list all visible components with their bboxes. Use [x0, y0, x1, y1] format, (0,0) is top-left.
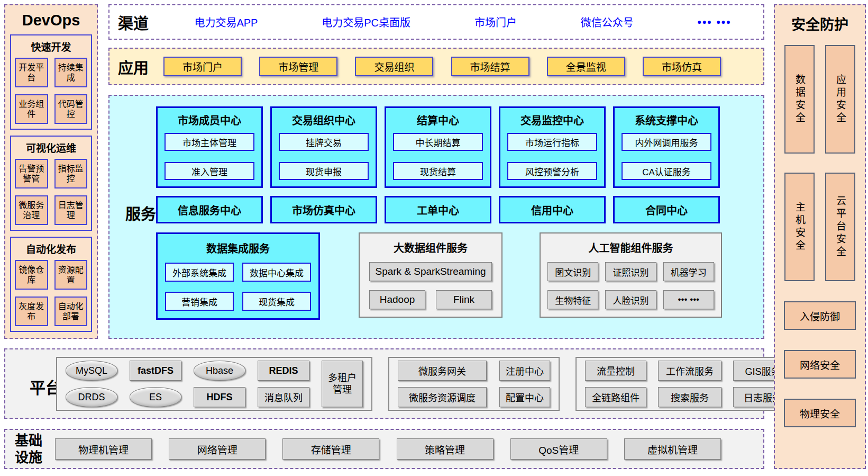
devops-item: 开发平台	[15, 58, 48, 87]
service-center-single: 信用中心	[499, 196, 606, 223]
platform-item-database: ES	[130, 387, 181, 407]
app-item: 全景监视	[547, 57, 625, 76]
service-subitem: 风控预警分析	[507, 162, 597, 180]
service-center-single: 合同中心	[613, 196, 720, 223]
devops-item: 指标监控	[54, 159, 88, 188]
bigdata-row: Hadoop Flink	[369, 290, 492, 309]
service-components-row: 数据集成服务 外部系统集成 数据中心集成 营销集成 现货集成 大数据组件服务 S…	[156, 232, 754, 320]
platform-item: 配置中心	[499, 387, 550, 407]
platform-item: HDFS	[194, 387, 245, 407]
devops-item: 灰度发布	[15, 297, 48, 326]
channel-item: 市场门户	[474, 14, 517, 30]
service-center-title: 系统支撑中心	[622, 112, 711, 128]
channels-row: 渠道 电力交易APP 电力交易PC桌面版 市场门户 微信公众号 ••• •••	[108, 4, 764, 40]
platform-item: 全链路组件	[585, 387, 646, 407]
devops-section-title: 可视化运维	[15, 140, 87, 155]
data-integration-item: 现货集成	[242, 292, 311, 311]
channel-item: 电力交易APP	[194, 14, 258, 30]
bigdata-item: Spark & SparkStreaming	[369, 262, 492, 281]
multi-tenant-box: 多租户管理	[322, 361, 363, 407]
platform-group-storage: MySQL fastDFS Hbase REDIS 多租户管理 DRDS ES …	[56, 357, 372, 411]
service-subitem: CA认证服务	[622, 162, 711, 180]
devops-item: 告警预警管	[15, 159, 48, 188]
app-item: 市场门户	[163, 57, 242, 76]
channel-item: 微信公众号	[581, 14, 634, 30]
devops-section-grid: 镜像仓库 资源配置 灰度发布 自动化部署	[15, 260, 87, 326]
channels-label: 渠道	[118, 11, 149, 33]
data-integration-item: 外部系统集成	[165, 263, 234, 282]
platform-group-common: 流量控制 工作流服务 GIS服务 全链路组件 搜索服务 日志服务	[575, 357, 802, 411]
platform-item: 工作流服务	[658, 361, 721, 381]
platform-item: 微服务资源调度	[398, 387, 487, 407]
bigdata-title: 大数据组件服务	[369, 240, 492, 255]
devops-section-visual-ops: 可视化运维 告警预警管 指标监控 微服务治理 日志管理	[10, 136, 92, 231]
service-center-single: 信息服务中心	[156, 196, 263, 223]
security-title: 安全防护	[775, 13, 865, 34]
devops-item: 资源配置	[54, 260, 88, 290]
ai-item: 人脸识别	[605, 290, 656, 309]
data-integration-box: 数据集成服务 外部系统集成 数据中心集成 营销集成 现货集成	[156, 232, 320, 320]
app-item: 市场管理	[259, 57, 337, 76]
bigdata-box: 大数据组件服务 Spark & SparkStreaming Hadoop Fl…	[359, 232, 502, 318]
security-vertical-item: 数据安全	[784, 45, 815, 154]
devops-section-title: 快速开发	[15, 39, 87, 53]
devops-item: 业务组件	[15, 94, 48, 124]
platform-item-database: Hbase	[194, 361, 245, 381]
services-content: 市场成员中心 市场主体管理 准入管理 交易组织中心 挂牌交易 现货申报 结算中心…	[156, 106, 754, 320]
devops-section-grid: 开发平台 持续集成 业务组件 代码管控	[15, 58, 87, 124]
service-subitem: 挂牌交易	[279, 133, 369, 151]
apps-label: 应用	[118, 56, 149, 78]
service-center-title: 交易监控中心	[507, 112, 597, 128]
ai-item: 机器学习	[663, 262, 714, 281]
infrastructure-item: 策略管理	[397, 438, 494, 460]
data-integration-item: 数据中心集成	[242, 263, 311, 282]
service-center-title: 市场成员中心	[165, 112, 254, 128]
security-item: 网络安全	[784, 350, 856, 379]
infrastructure-item: 物理机管理	[55, 438, 152, 460]
infrastructure-item: QoS管理	[510, 438, 607, 460]
infrastructure-item: 存储管理	[282, 438, 379, 460]
service-singles-row: 信息服务中心 市场仿真中心 工单中心 信用中心 合同中心	[156, 196, 754, 223]
ai-item: 生物特征	[547, 290, 598, 309]
service-center-single: 市场仿真中心	[270, 196, 377, 223]
devops-item: 日志管理	[54, 195, 88, 225]
platform-item: 流量控制	[585, 361, 646, 381]
app-item: 市场仿真	[643, 57, 721, 76]
devops-section-rapid-dev: 快速开发 开发平台 持续集成 业务组件 代码管控	[10, 34, 92, 130]
apps-list: 市场门户 市场管理 交易组织 市场结算 全景监视 市场仿真	[163, 57, 721, 76]
devops-section-grid: 告警预警管 指标监控 微服务治理 日志管理	[15, 159, 87, 225]
devops-item: 镜像仓库	[15, 260, 48, 290]
platform-common-grid: 流量控制 工作流服务 GIS服务 全链路组件 搜索服务 日志服务	[585, 361, 792, 407]
service-subitem: 市场运行指标	[507, 133, 597, 151]
service-subitem: 中长期结算	[393, 133, 483, 151]
channel-ellipsis: ••• •••	[698, 16, 732, 29]
platform-storage-grid: MySQL fastDFS Hbase REDIS 多租户管理 DRDS ES …	[66, 361, 363, 407]
bigdata-item: Flink	[436, 290, 492, 309]
platform-group-microservice: 微服务网关 注册中心 微服务资源调度 配置中心	[388, 357, 560, 411]
platform-row: 平台 MySQL fastDFS Hbase REDIS 多租户管理 DRDS …	[4, 348, 764, 419]
platform-item: 微服务网关	[398, 361, 487, 381]
devops-item: 微服务治理	[15, 195, 48, 225]
service-subitem: 准入管理	[165, 162, 254, 180]
bigdata-item: Hadoop	[369, 290, 425, 309]
service-center-trade-org: 交易组织中心 挂牌交易 现货申报	[270, 106, 377, 188]
devops-title: DevOps	[10, 12, 92, 29]
ai-item: 图文识别	[547, 262, 598, 281]
security-panel: 安全防护 数据安全 应用安全 主机安全 云平台安全 入侵防御 网络安全 物理安全	[774, 4, 866, 469]
devops-item: 持续集成	[54, 58, 88, 87]
app-item: 交易组织	[355, 57, 433, 76]
service-centers-row: 市场成员中心 市场主体管理 准入管理 交易组织中心 挂牌交易 现货申报 结算中心…	[156, 106, 754, 188]
channel-item: 电力交易PC桌面版	[322, 14, 410, 30]
service-center-title: 交易组织中心	[279, 112, 369, 128]
service-center-single: 工单中心	[385, 196, 491, 223]
ai-title: 人工智能组件服务	[547, 240, 714, 255]
infrastructure-row: 基础设施 物理机管理 网络管理 存储管理 策略管理 QoS管理 虚拟机管理	[4, 429, 764, 469]
security-horizontal-list: 入侵防御 网络安全 物理安全	[775, 301, 865, 427]
security-item: 物理安全	[784, 399, 856, 427]
infrastructure-item: 网络管理	[169, 438, 266, 460]
infrastructure-label: 基础设施	[15, 432, 52, 466]
data-integration-item: 营销集成	[165, 292, 234, 311]
platform-item: 消息队列	[258, 387, 309, 407]
security-vertical-item: 主机安全	[784, 173, 815, 281]
infrastructure-item: 虚拟机管理	[624, 438, 721, 460]
